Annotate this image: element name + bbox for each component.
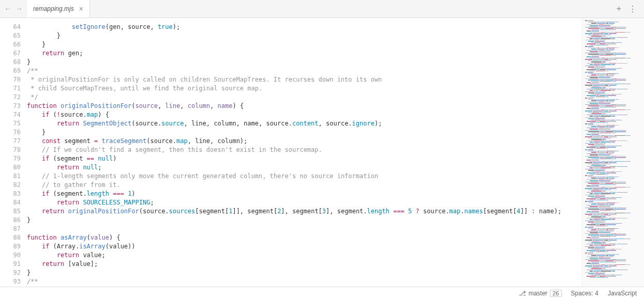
nav-arrows: ← → [0, 0, 27, 18]
branch-count-badge: 26 [550, 290, 561, 297]
minimap[interactable] [582, 18, 644, 287]
tab-label: remapping.mjs [33, 5, 74, 12]
add-tab-icon[interactable]: + [617, 4, 621, 13]
status-bar: ⎇ master 26 Spaces: 4 JavaScript [0, 287, 644, 299]
more-icon[interactable]: ⋮ [628, 4, 637, 14]
editor: 6465666768697071727374757677787980818283… [0, 18, 644, 287]
line-gutter: 6465666768697071727374757677787980818283… [0, 18, 27, 287]
back-icon[interactable]: ← [4, 5, 11, 13]
tab-remapping[interactable]: remapping.mjs × [27, 0, 90, 18]
close-icon[interactable]: × [79, 5, 83, 13]
spaces-indicator[interactable]: Spaces: 4 [571, 290, 598, 297]
tab-bar: ← → remapping.mjs × + ⋮ [0, 0, 644, 18]
tabbar-actions: + ⋮ [609, 0, 644, 18]
code-area[interactable]: setIgnore(gen, source, true); } } return… [27, 18, 582, 287]
branch-name: master [529, 290, 548, 297]
branch-indicator[interactable]: ⎇ master 26 [519, 290, 562, 297]
branch-icon: ⎇ [519, 290, 526, 297]
forward-icon[interactable]: → [16, 5, 23, 13]
language-indicator[interactable]: JavaScript [608, 290, 637, 297]
